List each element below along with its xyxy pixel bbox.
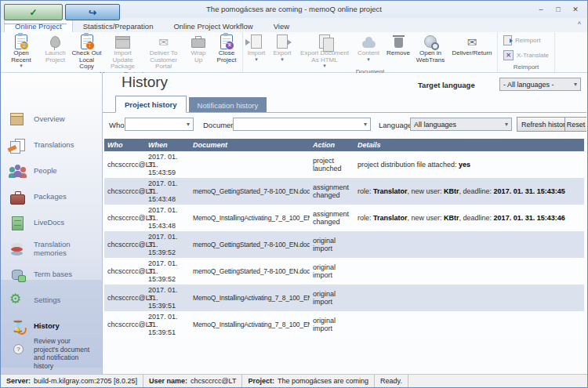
open-in-webtrans-button[interactable]: Open in WebTrans	[413, 32, 448, 68]
cell-details	[354, 296, 584, 299]
cell-who: chcsccrcc@LT	[104, 319, 145, 330]
sidebar-item-overview[interactable]: Overview	[1, 106, 102, 132]
cell-action: original import	[310, 315, 354, 334]
table-row[interactable]: chcsccrcc@LT 2017. 01. 31.15:43:48 MemoQ…	[104, 205, 584, 231]
column-who[interactable]: Who	[104, 140, 145, 150]
memoq-online-project-window: The pomogácses are coming - memoQ online…	[0, 0, 588, 388]
cell-document	[190, 163, 310, 166]
import-update-package-button[interactable]: Import Update Package	[103, 32, 142, 71]
sidebar-item-settings[interactable]: ⚙ Settings	[1, 287, 102, 313]
cell-when: 2017. 01. 31.15:39:52	[145, 231, 190, 258]
window-title: The pomogácses are coming - memoQ online…	[95, 1, 493, 18]
ribbon-group-document: Import Export Export Document As HTML Co…	[243, 32, 498, 72]
confirm-button[interactable]: ✓	[4, 4, 63, 20]
wrap-up-button[interactable]: Wrap Up	[185, 32, 212, 71]
trash-icon	[394, 34, 403, 49]
cell-who: chcsccrcc@LT	[104, 186, 145, 197]
ribbon-collapse-icon[interactable]: ^	[578, 21, 581, 28]
export-document-as-html-button[interactable]: Export Document As HTML	[296, 32, 354, 68]
export-button[interactable]: Export	[269, 32, 296, 68]
cell-action: original import	[310, 262, 354, 281]
open-recent-button[interactable]: ⌛ Open Recent	[2, 32, 41, 71]
deliver-return-button[interactable]: ✉ Deliver/Return	[448, 32, 496, 68]
column-when[interactable]: When	[145, 140, 190, 150]
table-header: Who When Document Action Details	[104, 139, 584, 151]
deliver-arrow-button[interactable]: ↪	[65, 4, 120, 20]
sidebar: Overview Translations People Packages Li…	[1, 73, 103, 374]
sidebar-item-livedocs[interactable]: LiveDocs	[1, 209, 102, 235]
documents-html-icon	[319, 34, 330, 49]
ribbon-group-reimport: Reimport ✕ X-Translate Reimport	[498, 32, 555, 72]
clipboard-checkout-icon: ↓	[81, 34, 93, 49]
cell-document: MemoQ_InstallingActivating_7_8_100_EN.do…	[190, 212, 310, 223]
cell-when: 2017. 01. 31.15:39:51	[145, 285, 190, 311]
reset-button[interactable]: Reset	[564, 117, 586, 132]
cell-action: project launched	[310, 155, 354, 174]
table-row[interactable]: chcsccrcc@LT 2017. 01. 31.15:39:52 memoQ…	[104, 258, 584, 285]
cell-document: memoQ_GettingStarted_7-8-100_EN.docx (ge…	[190, 186, 310, 197]
sidebar-item-packages[interactable]: Packages	[1, 183, 102, 209]
status-ready: Ready.	[375, 375, 408, 387]
table-row[interactable]: chcsccrcc@LT 2017. 01. 31.15:43:48 memoQ…	[104, 178, 584, 205]
term-cylinders-icon	[7, 266, 27, 283]
gear-icon: ⚙	[7, 292, 27, 309]
cell-action: assignment changed	[310, 182, 354, 201]
table-row[interactable]: chcsccrcc@LT 2017. 01. 31.15:39:51 MemoQ…	[104, 285, 584, 311]
cloud-icon	[362, 34, 376, 49]
who-select[interactable]	[125, 118, 194, 131]
maximize-button[interactable]: □	[550, 2, 567, 16]
history-tabs: Project history Notification history	[115, 96, 267, 113]
x-translate-icon: ✕	[503, 50, 514, 60]
tab-view[interactable]: View	[263, 20, 299, 32]
tab-online-project-workflow[interactable]: Online Project Workflow	[163, 20, 263, 32]
page-title: History	[122, 74, 168, 91]
target-language-label: Target language	[418, 81, 475, 89]
column-document[interactable]: Document	[190, 140, 310, 150]
cell-details	[354, 270, 584, 273]
tab-project-history[interactable]: Project history	[115, 96, 187, 113]
column-action[interactable]: Action	[310, 140, 354, 150]
content-button[interactable]: Content	[354, 32, 383, 68]
column-details[interactable]: Details	[354, 140, 584, 150]
window-controls: – □ ✕	[532, 1, 584, 18]
minimize-button[interactable]: –	[532, 2, 550, 16]
tab-online-project[interactable]: Online Project	[4, 19, 73, 32]
tab-notification-history[interactable]: Notification history	[189, 97, 267, 113]
sidebar-item-people[interactable]: People	[1, 158, 102, 183]
remove-button[interactable]: Remove	[383, 32, 413, 68]
reimport-button[interactable]: Reimport	[499, 33, 545, 48]
sidebar-item-term-bases[interactable]: Term bases	[1, 261, 102, 287]
sidebar-list: Overview Translations People Packages Li…	[1, 106, 102, 374]
table-row[interactable]: chcsccrcc@LT 2017. 01. 31.15:39:51 MemoQ…	[104, 311, 584, 338]
envelope-deliver-icon: ✉	[467, 34, 477, 49]
close-button[interactable]: ✕	[567, 2, 584, 16]
language-label: Language	[379, 121, 412, 129]
deliver-to-customer-portal-button[interactable]: ✉ Deliver To Customer Portal	[142, 32, 185, 71]
history-table: Who When Document Action Details chcsccr…	[104, 139, 584, 338]
document-select[interactable]	[233, 118, 371, 131]
cell-document: MemoQ_InstallingActivating_7_8_100_EN.do…	[190, 292, 310, 303]
tab-statistics-preparation[interactable]: Statistics/Preparation	[73, 20, 164, 32]
sidebar-item-history[interactable]: ⌛ History	[1, 313, 102, 339]
box-icon	[7, 111, 27, 128]
table-row[interactable]: chcsccrcc@LT 2017. 01. 31.15:43:59 proje…	[104, 151, 584, 178]
main-content: History Target language - All languages …	[103, 73, 586, 374]
launch-balloon-icon	[50, 34, 60, 49]
ribbon-group-manage-project: ⌛ Open Recent Launch Project ↓ Check Out…	[1, 32, 243, 72]
briefcase-icon	[191, 34, 205, 49]
close-project-button[interactable]: ✕ Close Project	[212, 32, 241, 71]
check-out-local-copy-button[interactable]: ↓ Check Out Local Copy	[70, 32, 103, 71]
cell-who: chcsccrcc@LT	[104, 239, 145, 250]
check-icon: ✓	[29, 7, 37, 18]
target-language-select[interactable]: - All languages -	[499, 78, 581, 91]
table-row[interactable]: chcsccrcc@LT 2017. 01. 31.15:39:52 memoQ…	[104, 231, 584, 258]
sidebar-item-translations[interactable]: Translations	[1, 132, 102, 158]
cell-who: chcsccrcc@LT	[104, 292, 145, 303]
launch-project-button[interactable]: Launch Project	[41, 32, 70, 71]
language-select[interactable]: All languages	[410, 118, 512, 131]
cell-document: MemoQ_InstallingActivating_7_8_100_EN.do…	[190, 319, 310, 330]
import-button[interactable]: Import	[244, 32, 269, 68]
sidebar-item-translation-memories[interactable]: Translation memories	[1, 235, 102, 261]
globe-magnifier-icon	[424, 34, 437, 49]
x-translate-button[interactable]: ✕ X-Translate	[499, 48, 554, 63]
